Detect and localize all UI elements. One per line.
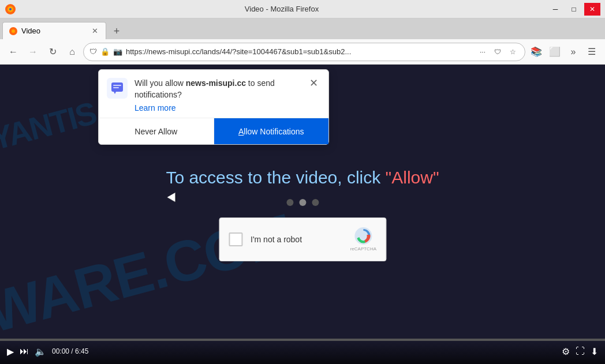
progress-bar[interactable] — [0, 339, 605, 341]
popup-actions: Never Allow Allow Notifications — [99, 118, 328, 144]
tab-favicon-icon — [9, 27, 18, 36]
firefox-logo-icon — [5, 3, 16, 15]
controls-right: ⚙ ⛶ ⬇ — [562, 346, 598, 357]
dots-row — [166, 199, 439, 206]
popup-question: Will you allow news-misupi.cc to send no… — [135, 78, 300, 100]
dot-2 — [299, 199, 306, 206]
recaptcha-logo-icon — [354, 227, 372, 245]
video-controls: ▶ ⏭ 🔈 00:00 / 6:45 ⚙ ⛶ ⬇ — [0, 339, 605, 364]
notification-icon — [107, 78, 128, 99]
close-button[interactable]: ✕ — [584, 3, 600, 16]
tab-bar: Video ✕ + — [0, 18, 605, 39]
forward-button[interactable]: → — [24, 43, 42, 61]
volume-button[interactable]: 🔈 — [35, 346, 46, 357]
address-bar[interactable]: 🛡 🔒 📷 https://news-misupi.cc/lands/44/?s… — [83, 43, 525, 61]
bookmark-button[interactable]: ☆ — [506, 46, 519, 58]
window-title: Video - Mozilla Firefox — [16, 5, 547, 13]
video-center-content: To access to the video, click "Allow" I'… — [166, 168, 439, 261]
allow-word: "Allow" — [386, 168, 439, 187]
shield-icon: 🛡 — [89, 47, 97, 56]
url-text: https://news-misupi.cc/lands/44/?site=10… — [126, 47, 473, 56]
svg-marker-7 — [114, 92, 116, 94]
svg-point-2 — [9, 8, 12, 10]
hamburger-menu-button[interactable]: ☰ — [583, 43, 600, 61]
tab-close-button[interactable]: ✕ — [89, 26, 100, 36]
recaptcha-checkbox[interactable] — [229, 232, 242, 246]
new-tab-button[interactable]: + — [109, 23, 125, 39]
recaptcha-label: I'm not a robot — [251, 235, 302, 244]
svg-rect-8 — [113, 85, 121, 86]
svg-point-4 — [12, 29, 15, 33]
recaptcha-logo-area: reCAPTCHA — [350, 227, 376, 252]
toolbar-actions: 📚 ⬜ » ☰ — [528, 43, 600, 61]
reload-button[interactable]: ↻ — [44, 43, 61, 61]
minimize-button[interactable]: ─ — [547, 3, 563, 16]
title-bar-left — [5, 3, 16, 15]
title-bar: Video - Mozilla Firefox ─ □ ✕ — [0, 0, 605, 18]
never-allow-button[interactable]: Never Allow — [99, 118, 214, 144]
watermark-top: MYANTIS — [0, 95, 100, 164]
camera-icon: 📷 — [113, 47, 122, 56]
ellipsis-button[interactable]: ··· — [476, 46, 489, 58]
shield-verify-button[interactable]: 🛡 — [491, 46, 504, 58]
dot-3 — [312, 199, 319, 206]
time-display: 00:00 / 6:45 — [52, 347, 88, 355]
popup-text-area: Will you allow news-misupi.cc to send no… — [135, 78, 300, 113]
notification-popup: Will you allow news-misupi.cc to send no… — [98, 69, 329, 145]
video-main-text: To access to the video, click "Allow" — [166, 168, 439, 187]
allow-notifications-button[interactable]: Allow Notifications — [214, 118, 329, 144]
recaptcha-box: I'm not a robot reCAPTCHA — [219, 217, 386, 261]
dot-1 — [286, 199, 293, 206]
fullscreen-button[interactable]: ⛶ — [576, 346, 585, 357]
back-button[interactable]: ← — [5, 43, 22, 61]
chat-bubble-icon — [110, 81, 124, 95]
library-button[interactable]: 📚 — [528, 43, 545, 61]
popup-site: news-misupi.cc — [186, 78, 246, 88]
active-tab[interactable]: Video ✕ — [2, 22, 106, 39]
tab-label: Video — [21, 27, 40, 35]
recaptcha-brand-text: reCAPTCHA — [350, 246, 376, 252]
maximize-button[interactable]: □ — [566, 3, 582, 16]
window-controls: ─ □ ✕ — [547, 3, 600, 16]
lock-icon: 🔒 — [100, 47, 110, 56]
address-actions: ··· 🛡 ☆ — [476, 46, 519, 58]
svg-rect-9 — [113, 87, 119, 88]
nav-bar: ← → ↻ ⌂ 🛡 🔒 📷 https://news-misupi.cc/lan… — [0, 39, 605, 65]
settings-button[interactable]: ⚙ — [562, 346, 570, 357]
sync-button[interactable]: ⬜ — [546, 43, 563, 61]
extensions-button[interactable]: » — [565, 43, 582, 61]
popup-header: Will you allow news-misupi.cc to send no… — [99, 70, 328, 118]
popup-close-button[interactable]: ✕ — [307, 78, 320, 88]
content-area: MYANTIS WARE.COM To access to the video,… — [0, 65, 605, 364]
home-button[interactable]: ⌂ — [64, 43, 81, 61]
skip-button[interactable]: ⏭ — [20, 346, 29, 357]
play-button[interactable]: ▶ — [7, 346, 14, 357]
download-button[interactable]: ⬇ — [591, 346, 598, 357]
learn-more-link[interactable]: Learn more — [135, 103, 176, 112]
